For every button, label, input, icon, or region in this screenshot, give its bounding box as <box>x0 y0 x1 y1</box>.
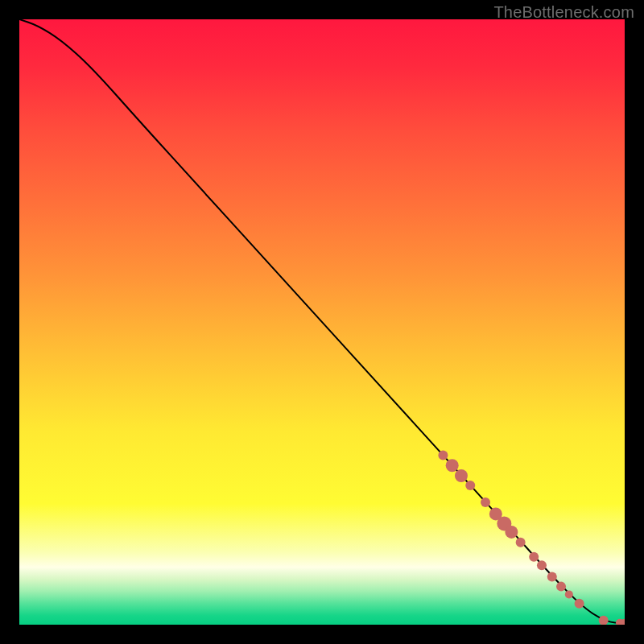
chart-data-point <box>537 560 547 570</box>
chart-svg <box>19 19 625 625</box>
chart-data-point <box>565 590 573 598</box>
chart-data-point <box>481 497 490 507</box>
chart-data-point <box>556 582 566 592</box>
chart-stage: TheBottleneck.com <box>0 0 644 644</box>
chart-data-point <box>438 450 448 460</box>
watermark-text: TheBottleneck.com <box>493 3 634 22</box>
chart-plot-area <box>19 19 625 625</box>
chart-data-point <box>446 459 459 472</box>
chart-data-point <box>505 526 518 539</box>
chart-data-point <box>547 572 557 582</box>
chart-data-point <box>575 599 584 609</box>
chart-data-point <box>516 538 526 547</box>
chart-data-point <box>465 481 475 490</box>
chart-data-point <box>455 469 468 482</box>
chart-data-point <box>529 552 539 562</box>
